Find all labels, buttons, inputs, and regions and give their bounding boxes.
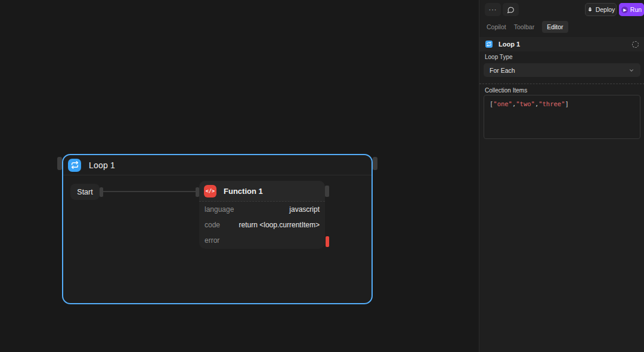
play-icon: ▶ (621, 7, 628, 13)
inspector-node-header[interactable]: Loop 1 (479, 37, 644, 51)
inspector-panel: ··· Deploy ▶ Run Copilot Tool (479, 0, 644, 352)
start-node-label: Start (77, 188, 92, 196)
tab-toolbar[interactable]: Toolbar (514, 21, 534, 33)
function-node-header[interactable]: </> Function 1 (199, 181, 325, 202)
tab-copilot[interactable]: Copilot (487, 21, 506, 33)
loop-repeat-icon (485, 41, 493, 48)
refresh-icon[interactable] (632, 41, 639, 48)
start-output-connector-handle[interactable] (100, 187, 103, 197)
loop-node-header[interactable]: Loop 1 (63, 155, 371, 175)
loop-input-connector-handle[interactable] (57, 157, 62, 170)
run-button-label: Run (630, 6, 642, 13)
chevron-down-icon (628, 67, 634, 73)
loop-output-connector-handle[interactable] (373, 157, 377, 170)
error-output-connector-handle[interactable] (326, 236, 329, 247)
ellipsis-icon: ··· (489, 6, 497, 13)
code-string: "two" (516, 100, 535, 107)
more-options-button[interactable]: ··· (485, 3, 501, 16)
function-node[interactable]: </> Function 1 language javascript code … (199, 181, 325, 249)
rocket-icon (587, 7, 593, 13)
deploy-button-label: Deploy (596, 6, 615, 13)
collection-items-label: Collection Items (485, 87, 527, 94)
chat-button[interactable] (503, 3, 519, 16)
function-row-code[interactable]: code return <loop.currentItem> (199, 217, 325, 233)
code-string: "three" (538, 100, 565, 107)
loop-type-value: For Each (490, 67, 515, 74)
deploy-button[interactable]: Deploy (585, 3, 617, 16)
workflow-canvas[interactable]: Loop 1 Start </> Function 1 language jav… (0, 0, 479, 352)
inspector-node-title: Loop 1 (499, 41, 520, 48)
app-window: Loop 1 Start </> Function 1 language jav… (0, 0, 644, 352)
row-key: error (205, 236, 219, 245)
function-row-language[interactable]: language javascript (199, 202, 325, 217)
code-bracket: ] (565, 100, 568, 107)
loop-repeat-icon (68, 159, 81, 172)
function-output-connector-handle[interactable] (325, 186, 329, 197)
loop-type-label: Loop Type (485, 54, 513, 60)
loop-node-title: Loop 1 (89, 160, 115, 170)
code-string: "one" (493, 100, 512, 107)
function-node-title: Function 1 (224, 187, 263, 196)
section-divider (479, 84, 644, 84)
connection-wire (103, 191, 198, 192)
row-key: language (205, 205, 234, 214)
panel-tabs: Copilot Toolbar Editor (487, 21, 568, 32)
code-icon: </> (204, 185, 216, 197)
row-value: return <loop.currentItem> (239, 221, 320, 229)
chat-icon (507, 6, 515, 14)
tab-editor[interactable]: Editor (542, 21, 568, 33)
row-value: javascript (289, 205, 320, 214)
function-row-error[interactable]: error (199, 233, 325, 248)
start-node[interactable]: Start (70, 184, 100, 200)
row-key: code (205, 221, 220, 229)
loop-type-dropdown[interactable]: For Each (484, 63, 640, 77)
collection-items-code-editor[interactable]: ["one","two","three"] (484, 95, 640, 139)
run-button[interactable]: ▶ Run (619, 3, 644, 16)
